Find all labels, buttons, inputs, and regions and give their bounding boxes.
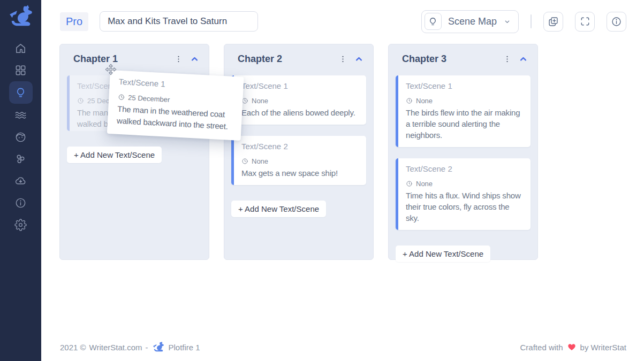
- character-face-icon: [14, 131, 27, 143]
- sidebar-item-relations[interactable]: [9, 148, 33, 170]
- home-icon: [14, 42, 27, 55]
- scene-card-body: The birds flew into the air making a ter…: [406, 107, 524, 141]
- column-header: Chapter 3: [396, 51, 531, 66]
- scene-card[interactable]: Text/Scene 2 None Max gets a new space s…: [231, 136, 366, 185]
- view-selector-label: Scene Map: [448, 16, 497, 27]
- column-menu-button[interactable]: [335, 53, 351, 65]
- dashboard-icon: [14, 64, 27, 76]
- cluster-icon: [14, 153, 27, 165]
- kebab-icon: [338, 55, 347, 64]
- topbar-actions: Scene Map: [421, 10, 626, 33]
- kebab-icon: [503, 55, 512, 64]
- lightbulb-icon: [14, 87, 27, 99]
- column-menu-button[interactable]: [499, 53, 515, 65]
- column-header: Chapter 2: [231, 51, 366, 66]
- chevron-up-icon: [190, 54, 200, 64]
- sidebar-item-about[interactable]: [9, 192, 33, 213]
- footer-site-link[interactable]: WriterStat.com: [89, 343, 142, 352]
- chevron-down-icon: [503, 18, 511, 26]
- clock-icon: [241, 158, 248, 165]
- dragon-logo-icon: [153, 341, 164, 353]
- duplicate-button[interactable]: [543, 12, 563, 32]
- sidebar-item-settings[interactable]: [9, 214, 33, 235]
- footer-crafted-by: by WriterStat: [580, 343, 626, 352]
- sidebar-item-export[interactable]: [9, 170, 33, 191]
- view-selector[interactable]: Scene Map: [421, 10, 519, 33]
- story-title-input[interactable]: [100, 11, 258, 32]
- sidebar-nav: [0, 37, 41, 235]
- scene-card[interactable]: Text/Scene 1 None Each of the aliens bow…: [231, 75, 366, 125]
- column-title: Chapter 3: [402, 53, 499, 65]
- footer: 2021 © WriterStat.com - Plotfire 1 Craft…: [41, 333, 644, 361]
- sidebar-item-scene-map[interactable]: [9, 81, 33, 104]
- sidebar-item-characters[interactable]: [9, 126, 33, 148]
- dragged-scene-card[interactable]: Text/Scene 1 25 December The man in the …: [107, 70, 244, 141]
- info-button[interactable]: [607, 12, 626, 32]
- add-scene-button[interactable]: + Add New Text/Scene: [231, 201, 326, 217]
- footer-separator: -: [146, 343, 148, 352]
- app-logo[interactable]: [0, 0, 41, 33]
- topbar: Pro Scene Map: [41, 0, 644, 43]
- scene-card-date: None: [416, 97, 433, 105]
- scene-card-date: 25 December: [128, 94, 170, 104]
- scene-card-date-row: None: [241, 157, 360, 165]
- clock-icon: [406, 97, 413, 104]
- clock-icon: [118, 94, 125, 101]
- scene-card-title: Text/Scene 1: [118, 77, 236, 92]
- column-header: Chapter 1: [67, 51, 202, 66]
- footer-brand: Plotfire 1: [169, 343, 200, 352]
- scene-card[interactable]: Text/Scene 1 None The birds flew into th…: [396, 75, 531, 147]
- sidebar: [0, 0, 41, 361]
- column-title: Chapter 1: [73, 53, 171, 65]
- chevron-up-icon: [354, 54, 364, 64]
- add-scene-button[interactable]: + Add New Text/Scene: [67, 147, 162, 163]
- pro-badge: Pro: [60, 12, 88, 31]
- scene-card-date: None: [252, 97, 268, 105]
- column-menu-button[interactable]: [171, 53, 186, 65]
- dragon-logo-icon: [9, 4, 33, 29]
- clock-icon: [406, 180, 413, 187]
- fullscreen-icon: [580, 16, 590, 27]
- scene-card-date-row: None: [406, 97, 524, 105]
- cloud-download-icon: [14, 175, 27, 187]
- footer-right: Crafted with by WriterStat: [520, 343, 626, 352]
- chevron-up-icon: [518, 54, 528, 64]
- info-icon: [14, 197, 27, 209]
- scene-card-body: The man in the weathered coat walked bac…: [116, 103, 234, 133]
- footer-year: 2021 ©: [60, 343, 86, 352]
- scene-card-title: Text/Scene 2: [241, 142, 360, 151]
- column-collapse-button[interactable]: [515, 53, 529, 65]
- fullscreen-button[interactable]: [575, 12, 595, 32]
- copy-plus-icon: [548, 16, 559, 27]
- column-collapse-button[interactable]: [351, 53, 365, 65]
- toolbar-divider: [531, 14, 532, 28]
- sidebar-item-waves[interactable]: [9, 104, 33, 126]
- scene-card-title: Text/Scene 1: [406, 81, 524, 90]
- scene-card-body: Each of the aliens bowed deeply.: [241, 107, 360, 118]
- scene-card-body: Max gets a new space ship!: [241, 167, 360, 179]
- move-cursor-icon: [104, 64, 117, 76]
- scene-card[interactable]: Text/Scene 2 None Time hits a flux. Wind…: [396, 158, 531, 230]
- footer-left: 2021 © WriterStat.com - Plotfire 1: [60, 341, 200, 353]
- scene-card-title: Text/Scene 2: [406, 164, 524, 173]
- column-title: Chapter 2: [238, 53, 335, 65]
- scene-card-body: Time hits a flux. Wind ships show their …: [406, 190, 524, 224]
- column-collapse-button[interactable]: [186, 53, 201, 65]
- waves-icon: [14, 109, 27, 121]
- scene-card-title: Text/Scene 1: [241, 81, 360, 90]
- scene-card-date: None: [252, 157, 268, 165]
- scene-card-date-row: None: [241, 97, 360, 105]
- settings-icon: [14, 219, 27, 231]
- sidebar-item-dashboard[interactable]: [9, 59, 33, 81]
- heart-icon: [567, 343, 576, 351]
- chapter-column: Chapter 3 Text/Scene 1 None The birds fl…: [388, 44, 538, 260]
- kebab-icon: [174, 55, 183, 64]
- sidebar-item-home[interactable]: [9, 37, 33, 59]
- scene-card-date-row: None: [406, 180, 524, 188]
- footer-crafted-text: Crafted with: [520, 343, 563, 352]
- add-scene-button[interactable]: + Add New Text/Scene: [396, 245, 490, 262]
- clock-icon: [77, 97, 84, 104]
- lightbulb-icon: [425, 13, 442, 30]
- info-circle-icon: [611, 16, 622, 27]
- scene-card-date: None: [416, 180, 433, 188]
